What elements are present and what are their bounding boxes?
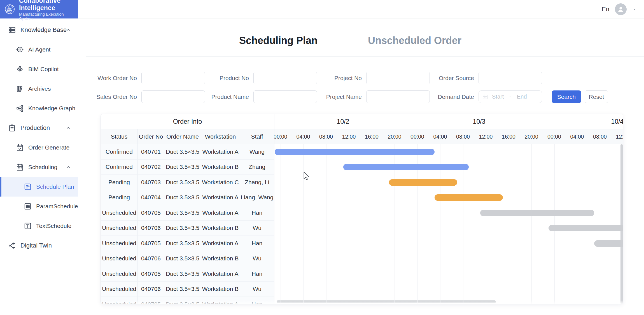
cell-workstation: Workstation A [201,266,240,282]
cell-staff: Zhang [240,160,274,175]
sidebar-item-label: AI Agent [28,46,50,53]
tab-bar: Scheduling PlanUnscheduled Order [239,35,461,46]
tick-label: 04:00 [570,134,584,140]
chevron-up-icon[interactable] [66,164,71,170]
sidebar-item-paramschedule[interactable]: ParamSchedule [0,197,78,216]
date-start-placeholder: Start [492,94,504,100]
topbar-right: En [602,0,637,18]
table-row[interactable]: Unscheduled040705Duct 3.5×3.5Workstation… [101,205,274,221]
sidebar-item-label: Production [20,124,50,132]
sidebar-item-schedule-plan[interactable]: Schedule Plan [0,177,78,197]
reset-button[interactable]: Reset [585,90,608,103]
table-row[interactable]: Confirmed040701Duct 3.5×3.5Workstation A… [101,144,274,160]
sidebar-item-scheduling[interactable]: Scheduling [0,157,78,177]
cell-status: Unscheduled [101,266,138,282]
tab-unscheduled-order[interactable]: Unscheduled Order [368,35,461,46]
sidebar-item-archives[interactable]: Archives [0,79,78,99]
cell-staff: Liang, Wang [240,190,274,206]
gantt-bar-pending[interactable] [389,179,458,186]
search-button[interactable]: Search [552,90,581,103]
gantt-bar-confirmed[interactable] [343,164,469,170]
cell-workstation: Workstation A [201,144,240,160]
sidebar-item-ai-agent[interactable]: AI Agent [0,40,78,59]
cell-workstation: Workstation C [201,175,240,190]
gridline [486,144,486,304]
order-source-input[interactable] [479,72,542,84]
gantt-bar-pending[interactable] [435,194,503,201]
chevron-down-icon[interactable] [632,7,637,11]
table-row[interactable]: Unscheduled040705Duct 3.5×3.5Workstation… [101,236,274,251]
sidebar-item-bim-copilot[interactable]: BIM Copilot [0,59,78,79]
gridline [554,144,555,304]
table-row[interactable]: Unscheduled040705Duct 3.5×3.5Workstation… [101,266,274,282]
sidebar-item-knowledge-graph[interactable]: Knowledge Graph [0,99,78,118]
chevron-up-icon[interactable] [66,125,71,131]
chevron-up-icon[interactable] [66,27,71,33]
date-label: 10/3 [473,118,486,125]
sidebar-item-order-generate[interactable]: Order Generate [0,138,78,157]
cell-order-name: Duct 3.5×3.5 [164,266,201,282]
table-row[interactable]: Pending040703Duct 3.5×3.5Workstation CZh… [101,175,274,190]
order-info-pane: Order Info StatusOrder NoOrder NameWorks… [101,114,274,304]
table-row[interactable]: Unscheduled040706Duct 3.5×3.5Workstation… [101,221,274,236]
knowledge-base-icon [8,26,16,34]
language-toggle[interactable]: En [602,6,609,13]
cell-order-name: Duct 3.5×3.5 [164,144,201,160]
project-name-input[interactable] [366,90,430,103]
vertical-scrollbar[interactable] [620,144,623,304]
cell-staff: Han [240,266,274,282]
schedule-plan-icon [24,183,32,191]
knowledge-graph-icon [16,104,24,113]
tab-scheduling-plan[interactable]: Scheduling Plan [239,35,318,46]
cell-order-name: Duct 3.5×3.5 [164,236,201,251]
tick-label: 16:00 [502,134,515,140]
gantt-bar-unscheduled[interactable] [480,210,594,216]
demand-date-range-input[interactable]: Start - End [479,90,542,103]
cell-workstation: Workstation B [201,251,240,267]
tick-label: 08:00 [593,134,607,140]
table-row[interactable]: Pending040704Duct 3.5×3.5Workstation ALi… [101,190,274,206]
sidebar-item-digital-twin[interactable]: Digital Twin [0,236,78,255]
cell-staff: Wu [240,221,274,236]
cell-status: Confirmed [101,160,138,175]
logo-subtitle: Manufacturing Execution System [19,12,78,21]
sidebar-item-label: Order Generate [28,144,69,151]
archives-icon [16,85,24,93]
table-row[interactable]: Unscheduled040706Duct 3.5×3.5Workstation… [101,251,274,267]
gantt-bar-confirmed[interactable] [275,149,435,155]
digital-twin-icon [8,241,16,250]
cell-workstation: Workstation A [201,236,240,251]
cell-order-name: Duct 3.5×3.5 [164,251,201,267]
cell-status: Pending [101,190,138,206]
tick-label: 00:00 [547,134,561,140]
sidebar-item-textschedule[interactable]: TextSchedule [0,216,78,236]
sidebar-item-label: Archives [28,85,51,92]
tick-label: 00:00 [410,134,424,140]
cell-workstation: Workstation A [201,190,240,206]
gantt-bar-unscheduled[interactable] [549,225,623,231]
tick-label: 16:00 [365,134,379,140]
gridline [281,144,281,304]
sidebar-item-knowledge-base[interactable]: Knowledge Base [0,20,78,40]
cell-order-no: 040706 [138,221,164,236]
sidebar-item-production[interactable]: Production [0,118,78,138]
cell-status: Unscheduled [101,251,138,267]
main-content: Scheduling PlanUnscheduled Order Demand … [78,18,644,315]
cell-status: Confirmed [101,144,138,160]
avatar[interactable] [615,3,627,15]
calendar-icon [482,94,488,100]
tick-label: 20:00 [525,134,538,140]
sidebar-item-label: TextSchedule [36,223,71,229]
cell-staff: Wu [240,282,274,297]
cell-status: Unscheduled [101,221,138,236]
table-row[interactable]: Unscheduled040705Duct 3.5×3.5Workstation… [101,297,274,304]
tick-label: 12:00 [616,134,623,140]
gantt-bar-unscheduled[interactable] [594,240,623,247]
gantt-area[interactable] [274,144,623,304]
tick-label: 20:00 [388,134,402,140]
table-row[interactable]: Unscheduled040706Duct 3.5×3.5Workstation… [101,282,274,297]
user-icon [617,5,625,13]
cell-status: Unscheduled [101,282,138,297]
table-row[interactable]: Confirmed040702Duct 3.5×3.5Workstation B… [101,160,274,175]
cell-workstation: Workstation B [201,160,240,175]
